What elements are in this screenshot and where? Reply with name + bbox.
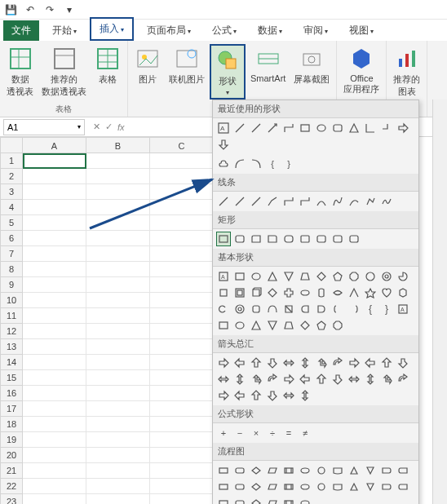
row-header[interactable]: 11 bbox=[0, 308, 23, 324]
basic-shape-11[interactable] bbox=[396, 269, 410, 284]
shape-line[interactable] bbox=[232, 121, 247, 135]
smartart-button[interactable]: SmartArt bbox=[247, 44, 289, 99]
eq-plus[interactable]: + bbox=[216, 426, 231, 440]
arrow-shape-4[interactable] bbox=[281, 356, 296, 370]
shape-rarrow[interactable] bbox=[396, 121, 410, 135]
eq-div[interactable]: ÷ bbox=[265, 426, 280, 440]
flow-shape-29[interactable] bbox=[298, 496, 312, 504]
rect-8[interactable] bbox=[330, 232, 345, 246]
basic-shape-17[interactable] bbox=[298, 285, 312, 300]
rect-9[interactable] bbox=[347, 232, 361, 246]
flow-shape-18[interactable] bbox=[314, 480, 329, 494]
qat-more-icon[interactable]: ▾ bbox=[62, 2, 77, 17]
cells-area[interactable] bbox=[23, 153, 214, 504]
basic-shape-7[interactable] bbox=[330, 269, 345, 284]
row-header[interactable]: 4 bbox=[0, 200, 23, 215]
arrow-shape-29[interactable] bbox=[298, 388, 312, 403]
line-8[interactable] bbox=[330, 194, 345, 209]
row-header[interactable]: 2 bbox=[0, 169, 23, 184]
flow-shape-7[interactable] bbox=[330, 463, 345, 478]
flow-shape-4[interactable] bbox=[281, 463, 296, 478]
basic-shape-23[interactable] bbox=[396, 285, 410, 300]
basic-shape-9[interactable] bbox=[363, 269, 378, 284]
cell[interactable] bbox=[86, 200, 150, 215]
shape-lbrace[interactable]: { bbox=[265, 157, 280, 171]
flow-shape-19[interactable] bbox=[330, 480, 345, 494]
rect-4[interactable] bbox=[265, 232, 280, 246]
shape-triangle[interactable] bbox=[347, 121, 361, 135]
basic-shape-4[interactable] bbox=[281, 269, 296, 284]
basic-shape-37[interactable] bbox=[232, 318, 247, 333]
cell[interactable] bbox=[150, 355, 214, 370]
shape-oval[interactable] bbox=[314, 121, 329, 135]
cell[interactable] bbox=[86, 339, 150, 355]
line-7[interactable] bbox=[314, 194, 329, 209]
line-4[interactable] bbox=[265, 194, 280, 209]
basic-shape-29[interactable] bbox=[298, 302, 312, 316]
basic-shape-10[interactable] bbox=[379, 269, 394, 284]
arrow-shape-1[interactable] bbox=[232, 356, 247, 370]
row-header[interactable]: 22 bbox=[0, 479, 23, 494]
table-button[interactable]: 表格 bbox=[91, 44, 124, 99]
cell[interactable] bbox=[23, 169, 86, 184]
arrow-shape-16[interactable] bbox=[281, 372, 296, 387]
cell[interactable] bbox=[150, 262, 214, 277]
arrow-shape-28[interactable] bbox=[281, 388, 296, 403]
cell[interactable] bbox=[150, 494, 214, 504]
cell[interactable] bbox=[150, 448, 214, 463]
cell[interactable] bbox=[150, 463, 214, 479]
cell[interactable] bbox=[23, 448, 86, 463]
flow-shape-0[interactable] bbox=[216, 463, 231, 478]
screenshot-button[interactable]: 屏幕截图 bbox=[290, 44, 333, 99]
rect-2[interactable] bbox=[232, 232, 247, 246]
arrow-shape-15[interactable] bbox=[265, 372, 280, 387]
shape-arrow-line[interactable] bbox=[265, 121, 280, 135]
row-header[interactable]: 19 bbox=[0, 432, 23, 448]
flow-shape-13[interactable] bbox=[232, 480, 247, 494]
line-1[interactable] bbox=[216, 194, 231, 209]
shape-rbrace[interactable]: } bbox=[281, 157, 296, 171]
basic-shape-28[interactable] bbox=[281, 302, 296, 316]
cell[interactable] bbox=[150, 169, 214, 184]
cell[interactable] bbox=[86, 417, 150, 432]
cell[interactable] bbox=[23, 200, 86, 215]
cell[interactable] bbox=[23, 184, 86, 200]
flow-shape-6[interactable] bbox=[314, 463, 329, 478]
cell[interactable] bbox=[86, 153, 150, 169]
cell[interactable] bbox=[23, 432, 86, 448]
cell[interactable] bbox=[86, 169, 150, 184]
vertical-scrollbar[interactable] bbox=[432, 99, 447, 504]
fx-icon[interactable]: fx bbox=[117, 122, 125, 132]
undo-icon[interactable]: ↶ bbox=[23, 2, 38, 17]
rect-6[interactable] bbox=[298, 232, 312, 246]
recommended-charts-button[interactable]: 推荐的 图表 bbox=[390, 44, 423, 99]
arrow-shape-3[interactable] bbox=[265, 356, 280, 370]
rect-5[interactable] bbox=[281, 232, 296, 246]
basic-shape-3[interactable] bbox=[265, 269, 280, 284]
flow-shape-27[interactable] bbox=[265, 496, 280, 504]
cell[interactable] bbox=[86, 386, 150, 401]
row-header[interactable]: 20 bbox=[0, 448, 23, 463]
basic-shape-35[interactable]: A bbox=[396, 302, 410, 316]
basic-shape-31[interactable] bbox=[330, 302, 345, 316]
enter-icon[interactable]: ✓ bbox=[105, 122, 113, 132]
cell[interactable] bbox=[23, 339, 86, 355]
shape-l[interactable] bbox=[363, 121, 378, 135]
tab-formulas[interactable]: 公式▾ bbox=[204, 20, 245, 41]
arrow-shape-21[interactable] bbox=[363, 372, 378, 387]
cell[interactable] bbox=[86, 184, 150, 200]
cell[interactable] bbox=[86, 324, 150, 339]
cell[interactable] bbox=[23, 262, 86, 277]
basic-shape-30[interactable] bbox=[314, 302, 329, 316]
flow-shape-3[interactable] bbox=[265, 463, 280, 478]
row-header[interactable]: 8 bbox=[0, 262, 23, 277]
line-3[interactable] bbox=[249, 194, 263, 209]
shape-rect[interactable] bbox=[298, 121, 312, 135]
flow-shape-2[interactable] bbox=[249, 463, 263, 478]
cell[interactable] bbox=[23, 246, 86, 262]
row-header[interactable]: 14 bbox=[0, 355, 23, 370]
cell[interactable] bbox=[86, 448, 150, 463]
column-header[interactable]: C bbox=[150, 137, 214, 153]
line-9[interactable] bbox=[347, 194, 361, 209]
redo-icon[interactable]: ↷ bbox=[42, 2, 57, 17]
